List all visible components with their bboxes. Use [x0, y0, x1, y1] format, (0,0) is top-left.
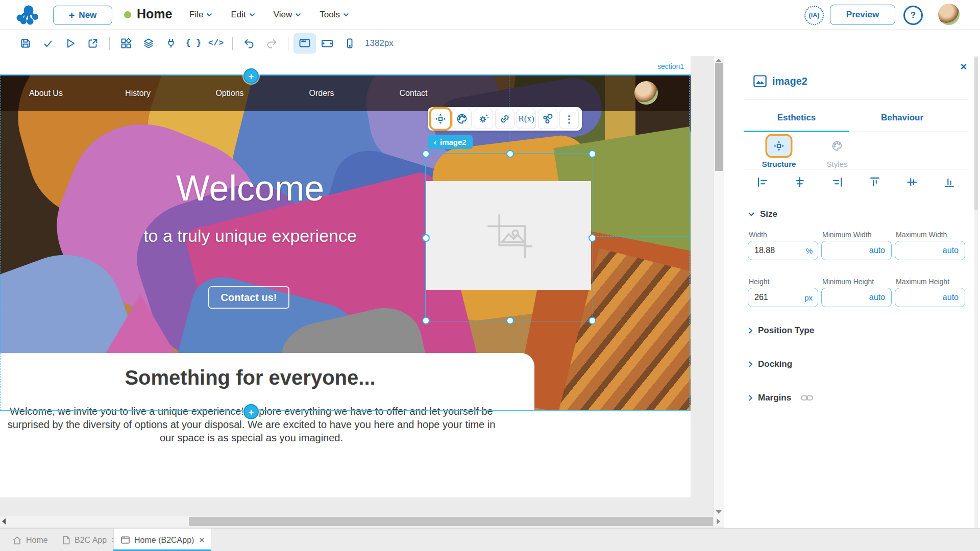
bottom-tab-home-b2capp[interactable]: Home (B2CApp) ×	[113, 529, 211, 551]
device-desktop-icon[interactable]	[293, 33, 316, 54]
tab-esthetics[interactable]: Esthetics	[744, 105, 849, 131]
chevron-down-icon	[748, 212, 755, 217]
export-icon[interactable]	[82, 33, 104, 54]
redo-icon[interactable]	[260, 33, 283, 54]
panel-scrollbar-thumb[interactable]	[974, 57, 978, 210]
height-input[interactable]	[753, 292, 802, 303]
position-type-section-header[interactable]: Position Type	[748, 325, 814, 336]
add-component-button-bottom[interactable]: +	[243, 404, 259, 419]
toolbar-divider	[288, 37, 288, 50]
horizontal-scrollbar-thumb[interactable]	[189, 517, 713, 526]
styles-palette-icon	[825, 136, 849, 156]
styles-palette-icon[interactable]	[452, 109, 472, 129]
scroll-up-arrow[interactable]	[716, 59, 722, 62]
site-nav-avatar[interactable]	[634, 81, 658, 105]
device-phone-icon[interactable]	[338, 33, 361, 54]
subtab-structure[interactable]: Structure	[751, 136, 807, 168]
add-component-button-top[interactable]: +	[243, 68, 259, 84]
max-height-input[interactable]	[900, 292, 960, 303]
align-center-vertical-icon[interactable]	[904, 174, 920, 190]
rules-rx-icon[interactable]: R(x)	[517, 109, 536, 129]
size-section-header[interactable]: Size	[748, 209, 777, 219]
panel-scrollbar[interactable]	[974, 56, 978, 528]
scroll-right-arrow[interactable]	[717, 518, 720, 524]
nav-link-options[interactable]: Options	[184, 89, 276, 98]
section-label[interactable]: section1	[657, 62, 684, 70]
viewport-width-value[interactable]: 1382px	[365, 38, 394, 48]
nav-link-about[interactable]: About Us	[0, 89, 92, 98]
menu-file[interactable]: File	[189, 10, 212, 20]
resize-handle-ne[interactable]	[589, 150, 596, 158]
menu-view[interactable]: View	[274, 10, 302, 20]
device-tablet-icon[interactable]	[316, 33, 338, 54]
resize-handle-s[interactable]	[506, 317, 514, 324]
connections-icon[interactable]	[160, 33, 182, 54]
selection-rectangle[interactable]	[425, 153, 593, 321]
undo-icon[interactable]	[238, 33, 260, 54]
resize-handle-n[interactable]	[506, 150, 514, 158]
ia-badge[interactable]: (IA)	[804, 6, 824, 25]
close-tab-icon[interactable]: ×	[199, 535, 204, 545]
run-icon[interactable]	[59, 33, 82, 54]
align-top-icon[interactable]	[867, 174, 883, 190]
bottom-tab-home[interactable]: Home	[5, 529, 55, 551]
vertical-scrollbar-thumb[interactable]	[715, 63, 723, 171]
layers-icon[interactable]	[137, 33, 160, 54]
flows-icon[interactable]	[538, 109, 557, 129]
components-icon[interactable]	[115, 33, 137, 54]
scroll-left-arrow[interactable]	[2, 518, 6, 524]
site-nav-links: About Us History Options Orders Contact	[0, 75, 561, 111]
new-button[interactable]: + New	[53, 6, 112, 25]
scroll-down-arrow[interactable]	[716, 510, 722, 514]
resize-handle-e[interactable]	[589, 234, 596, 242]
width-input[interactable]	[753, 245, 804, 256]
close-icon[interactable]: ×	[960, 60, 967, 73]
resize-handle-se[interactable]	[589, 317, 596, 324]
window-icon	[120, 536, 130, 544]
canvas-vertical-scrollbar[interactable]	[714, 56, 724, 527]
tab-behaviour[interactable]: Behaviour	[849, 105, 955, 131]
back-chevron-icon: ‹	[434, 138, 436, 146]
validate-icon[interactable]	[37, 33, 59, 54]
docking-section-header[interactable]: Docking	[748, 359, 792, 369]
max-width-input[interactable]	[900, 245, 960, 256]
card-heading[interactable]: Something for everyone...	[0, 366, 500, 389]
min-width-input[interactable]	[827, 245, 886, 256]
min-height-input[interactable]	[827, 292, 886, 303]
source-code-icon[interactable]: </>	[205, 33, 227, 54]
app-logo-icon[interactable]	[15, 4, 38, 26]
user-avatar[interactable]	[938, 4, 960, 25]
margins-section-header[interactable]: Margins	[748, 393, 814, 403]
subtab-styles[interactable]: Styles	[809, 136, 865, 168]
component-floating-toolbar: R(x) ⋮	[428, 107, 582, 131]
structure-move-icon[interactable]	[431, 109, 450, 129]
file-icon	[62, 536, 70, 545]
nav-link-contact[interactable]: Contact	[368, 89, 459, 98]
link-margins-icon[interactable]	[800, 394, 814, 402]
menu-tools[interactable]: Tools	[320, 10, 349, 20]
resize-handle-w[interactable]	[422, 234, 430, 242]
align-right-icon[interactable]	[829, 174, 845, 190]
design-canvas[interactable]: section1	[0, 56, 691, 497]
menu-bar: File Edit View Tools	[189, 0, 349, 29]
more-options-icon[interactable]: ⋮	[559, 109, 579, 129]
preview-button[interactable]: Preview	[830, 5, 895, 25]
align-left-icon[interactable]	[755, 174, 770, 190]
help-icon[interactable]: ?	[903, 6, 923, 25]
menu-edit[interactable]: Edit	[231, 10, 255, 20]
align-center-horizontal-icon[interactable]	[792, 174, 807, 190]
nav-link-orders[interactable]: Orders	[276, 89, 368, 98]
save-icon[interactable]	[14, 33, 37, 54]
min-width-label: Minimum Width	[822, 231, 871, 239]
nav-link-history[interactable]: History	[92, 89, 184, 98]
contact-us-button[interactable]: Contact us!	[208, 286, 289, 309]
link-icon[interactable]	[495, 109, 514, 129]
resize-handle-sw[interactable]	[422, 317, 430, 324]
braces-icon[interactable]: { }	[182, 33, 205, 54]
align-bottom-icon[interactable]	[942, 174, 957, 190]
selected-component-chip[interactable]: ‹ image2	[428, 135, 473, 149]
resize-handle-nw[interactable]	[422, 150, 430, 158]
canvas-horizontal-scrollbar[interactable]	[0, 516, 714, 527]
settings-gear-icon[interactable]	[474, 109, 493, 129]
content-card[interactable]: Something for everyone...	[0, 353, 534, 411]
